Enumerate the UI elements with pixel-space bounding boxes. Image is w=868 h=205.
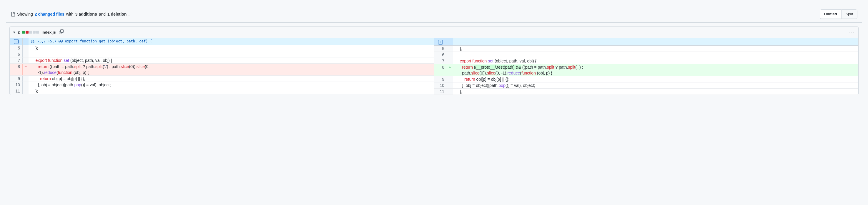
right-marker-10 (447, 83, 453, 88)
right-line-11: 11 }; (434, 89, 858, 95)
right-line-10: 10 }, obj = object)[path.pop()] = val), … (434, 83, 858, 89)
right-code-6 (453, 52, 858, 58)
copy-path-button[interactable] (58, 29, 64, 36)
right-line-7: 7 export function set (object, path, val… (434, 58, 858, 64)
left-line-9: 9 return obj[p] = obj[p] || {}; (10, 76, 434, 82)
right-linenum-11: 11 (434, 89, 447, 94)
right-linenum-8: 8 (434, 64, 447, 70)
left-line-8b: -1).reduce(function (obj, p) { (10, 69, 434, 76)
left-linenum-8: 8 (10, 64, 23, 69)
right-marker-9 (447, 76, 453, 82)
left-diff-side: ↕ @@ -5,7 +5,7 @@ export function get (o… (10, 38, 434, 95)
collapse-button[interactable]: ▾ (13, 30, 15, 34)
left-marker-7 (23, 57, 29, 63)
right-code-9: return obj[p] = obj[p] || {}; (453, 76, 858, 82)
left-marker-8b (23, 69, 29, 76)
left-code-11: }; (29, 88, 434, 94)
left-linenum-7: 7 (10, 57, 23, 63)
left-hunk-header: ↕ @@ -5,7 +5,7 @@ export function get (o… (10, 38, 434, 46)
right-code-5: }; (453, 46, 858, 52)
copy-icon (59, 29, 64, 34)
left-hunk-num: ↕ (10, 38, 23, 45)
collapse-chevron: ▾ (13, 30, 15, 34)
left-linenum-10: 10 (10, 82, 23, 88)
left-hunk-content: @@ -5,7 +5,7 @@ export function get (obj… (29, 38, 434, 45)
changed-files-link[interactable]: 2 changed files (35, 12, 64, 17)
right-marker-8b (447, 70, 453, 76)
diff-stat-bars (22, 31, 39, 34)
left-line-8a: 8 − return ((path = path.split ? path.sp… (10, 64, 434, 69)
file-header-right: ··· (849, 29, 855, 35)
left-marker-8: − (23, 64, 29, 69)
left-code-8a: return ((path = path.split ? path.split(… (29, 64, 434, 69)
right-linenum-9: 9 (434, 76, 447, 82)
right-line-6: 6 (434, 52, 858, 58)
filename: index.js (41, 30, 56, 34)
left-linenum-5: 5 (10, 45, 23, 51)
diff-stat-number: 2 (18, 30, 20, 34)
left-code-5: }; (29, 45, 434, 51)
stat-bar-gray-3 (36, 31, 39, 34)
split-view-button[interactable]: Split (841, 9, 858, 19)
file-options-button[interactable]: ··· (849, 29, 855, 35)
left-marker-5 (23, 45, 29, 51)
diff-summary: Showing 2 changed files with 3 additions… (10, 12, 129, 17)
left-linenum-8b (10, 69, 23, 76)
left-linenum-11: 11 (10, 88, 23, 94)
stat-bar-gray-2 (33, 31, 36, 34)
expand-lines-button-right[interactable]: ↕ (438, 40, 443, 45)
right-hunk-num: ↕ (434, 38, 447, 46)
view-toggle: Unified Split (820, 9, 858, 19)
diff-viewer: Showing 2 changed files with 3 additions… (6, 6, 862, 95)
right-hunk-content (453, 38, 858, 46)
left-line-6: 6 (10, 51, 434, 57)
stat-bar-red (26, 31, 29, 34)
expand-lines-button-left[interactable]: ↕ (14, 39, 19, 44)
deletions-count: 1 deletion (107, 12, 126, 17)
left-code-8b: -1).reduce(function (obj, p) { (29, 69, 434, 76)
left-line-11: 11 }; (10, 88, 434, 94)
left-marker-6 (23, 51, 29, 57)
right-line-9: 9 return obj[p] = obj[p] || {}; (434, 76, 858, 83)
right-code-8b: path.slice(0)).slice(0, -1).reduce(funct… (453, 70, 858, 76)
right-linenum-6: 6 (434, 52, 447, 58)
file-header-left: ▾ 2 index.js (13, 29, 64, 36)
right-linenum-8b (434, 70, 447, 76)
additions-count: 3 additions (75, 12, 97, 17)
left-line-7: 7 export function set (object, path, val… (10, 57, 434, 64)
left-marker-11 (23, 88, 29, 94)
left-code-7: export function set (object, path, val, … (29, 57, 434, 63)
right-code-10: }, obj = object)[path.pop()] = val), obj… (453, 83, 858, 88)
right-diff-side: ↕ 5 }; 6 (434, 38, 858, 95)
split-diff-view: ↕ @@ -5,7 +5,7 @@ export function get (o… (10, 38, 858, 95)
right-hunk-marker (447, 38, 453, 46)
right-line-8a: 8 + return !/__proto__/.test(path) && ((… (434, 64, 858, 70)
right-marker-8: + (447, 64, 453, 70)
summary-and: and (99, 12, 105, 17)
file-diff-block: ▾ 2 index.js ··· (9, 26, 859, 95)
stat-bar-green-1 (22, 31, 25, 34)
unified-view-button[interactable]: Unified (820, 9, 841, 19)
left-code-9: return obj[p] = obj[p] || {}; (29, 76, 434, 82)
right-code-11: }; (453, 89, 858, 94)
left-code-10: }, obj = object)[path.pop()] = val), obj… (29, 82, 434, 88)
left-hunk-marker (23, 38, 29, 45)
right-marker-5 (447, 46, 453, 52)
diff-header: Showing 2 changed files with 3 additions… (6, 6, 862, 23)
left-line-5: 5 }; (10, 45, 434, 51)
right-marker-6 (447, 52, 453, 58)
right-linenum-10: 10 (434, 83, 447, 88)
right-marker-7 (447, 58, 453, 64)
summary-with: with (66, 12, 73, 17)
right-marker-11 (447, 89, 453, 94)
left-linenum-6: 6 (10, 51, 23, 57)
stat-bar-gray-1 (29, 31, 32, 34)
summary-showing: Showing (17, 12, 33, 17)
left-linenum-9: 9 (10, 76, 23, 82)
left-line-10: 10 }, obj = object)[path.pop()] = val), … (10, 82, 434, 88)
right-hunk-header: ↕ (434, 38, 858, 46)
summary-period: . (128, 12, 129, 17)
left-marker-9 (23, 76, 29, 82)
right-code-8a: return !/__proto__/.test(path) && ((path… (453, 64, 858, 70)
file-icon (10, 12, 15, 17)
